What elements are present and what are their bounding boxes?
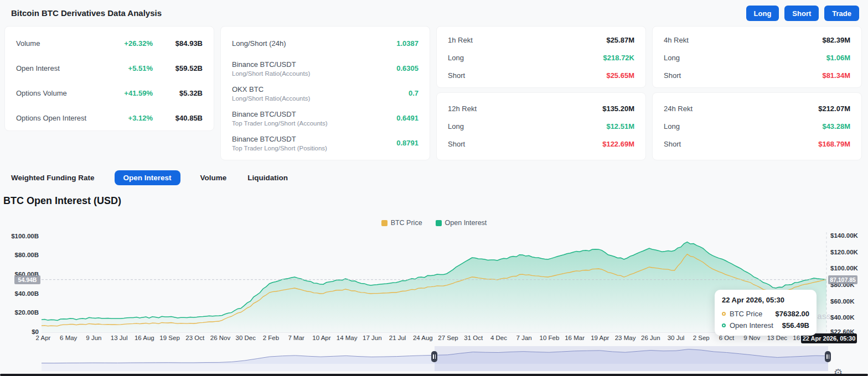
y-axis-right-tick: $40.00K xyxy=(830,314,854,321)
tooltip-series-dot xyxy=(722,323,726,327)
bottom-bar xyxy=(0,374,868,376)
y-axis-left-tick: $100.00B xyxy=(4,233,39,239)
y-axis-left-tick: $40.00B xyxy=(4,290,39,297)
navigator-left-handle[interactable] xyxy=(431,351,437,362)
tooltip-row: BTC Price$76382.00 xyxy=(722,310,809,318)
price-current-badge: 87,107.85 xyxy=(828,275,857,284)
y-axis-left-tick: $20.00B xyxy=(4,309,39,316)
derivatives-dashboard: Bitcoin BTC Derivatives Data Analysis Lo… xyxy=(0,0,868,376)
tooltip-label: Open Interest xyxy=(730,321,773,330)
tooltip-series-dot xyxy=(722,312,726,316)
tooltip-title: 22 Apr 2026, 05:30 xyxy=(722,296,809,304)
navigator-right-handle[interactable] xyxy=(825,351,831,362)
open-interest-area xyxy=(42,242,826,332)
tooltip-row: Open Interest$56.49B xyxy=(722,321,809,330)
y-axis-right-tick: $120.00K xyxy=(830,249,858,255)
tooltip-label: BTC Price xyxy=(730,310,762,318)
tooltip-value: $76382.00 xyxy=(776,310,809,318)
y-axis-right-tick: $60.00K xyxy=(830,298,854,305)
chart-tooltip: 22 Apr 2026, 05:30 BTC Price$76382.00Ope… xyxy=(715,290,817,336)
y-axis-right-tick: $140.00K xyxy=(830,232,858,239)
tooltip-value: $56.49B xyxy=(782,321,809,330)
y-axis-right-tick: $100.00K xyxy=(830,265,858,271)
navigator-selected-range[interactable] xyxy=(435,346,828,371)
oi-current-badge: 54.94B xyxy=(14,275,40,284)
y-axis-left-tick: $80.00B xyxy=(4,252,39,258)
